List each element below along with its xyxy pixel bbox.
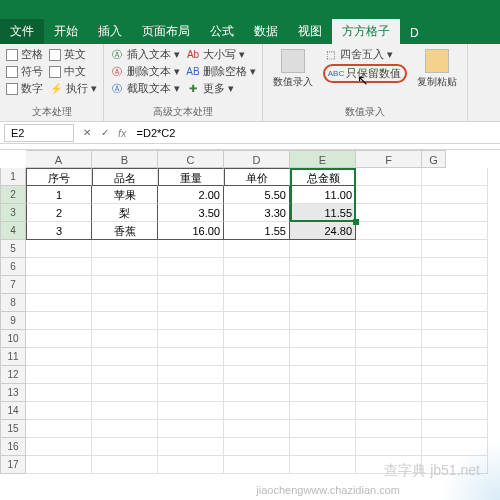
cell[interactable] bbox=[26, 402, 92, 420]
cell[interactable] bbox=[26, 258, 92, 276]
cell[interactable] bbox=[356, 384, 422, 402]
chk-english[interactable]: 英文 bbox=[49, 47, 97, 62]
cell[interactable] bbox=[356, 258, 422, 276]
tab-view[interactable]: 视图 bbox=[288, 19, 332, 44]
cell[interactable] bbox=[422, 222, 488, 240]
row-header[interactable]: 2 bbox=[0, 186, 26, 204]
cell[interactable] bbox=[92, 366, 158, 384]
cell[interactable] bbox=[224, 402, 290, 420]
cell[interactable] bbox=[26, 456, 92, 474]
btn-round[interactable]: ⬚四舍五入▾ bbox=[323, 47, 407, 62]
chk-space[interactable]: 空格 bbox=[6, 47, 43, 62]
row-header[interactable]: 7 bbox=[0, 276, 26, 294]
cell[interactable]: 序号 bbox=[26, 168, 92, 186]
row-header[interactable]: 5 bbox=[0, 240, 26, 258]
cell[interactable] bbox=[356, 276, 422, 294]
cell[interactable] bbox=[224, 456, 290, 474]
cell[interactable]: 梨 bbox=[92, 204, 158, 222]
row-header[interactable]: 1 bbox=[0, 168, 26, 186]
cell[interactable] bbox=[356, 402, 422, 420]
cell[interactable] bbox=[158, 294, 224, 312]
row-header[interactable]: 9 bbox=[0, 312, 26, 330]
cell[interactable] bbox=[356, 168, 422, 186]
tab-home[interactable]: 开始 bbox=[44, 19, 88, 44]
col-D[interactable]: D bbox=[224, 150, 290, 168]
cell[interactable] bbox=[26, 276, 92, 294]
cell[interactable]: 5.50 bbox=[224, 186, 290, 204]
row-header[interactable]: 16 bbox=[0, 438, 26, 456]
tab-layout[interactable]: 页面布局 bbox=[132, 19, 200, 44]
cell[interactable] bbox=[290, 294, 356, 312]
cell[interactable] bbox=[158, 276, 224, 294]
cell[interactable] bbox=[356, 366, 422, 384]
cell[interactable]: 2.00 bbox=[158, 186, 224, 204]
cell[interactable]: 2 bbox=[26, 204, 92, 222]
cell[interactable] bbox=[92, 294, 158, 312]
chk-number[interactable]: 数字 bbox=[6, 81, 43, 96]
cell[interactable] bbox=[422, 276, 488, 294]
cell[interactable] bbox=[356, 204, 422, 222]
cell[interactable] bbox=[290, 240, 356, 258]
cell[interactable] bbox=[290, 456, 356, 474]
cell[interactable] bbox=[92, 276, 158, 294]
cell[interactable]: 3.30 bbox=[224, 204, 290, 222]
cell[interactable] bbox=[290, 402, 356, 420]
cell[interactable] bbox=[26, 312, 92, 330]
col-E[interactable]: E bbox=[290, 150, 356, 168]
row-header[interactable]: 14 bbox=[0, 402, 26, 420]
row-header[interactable]: 4 bbox=[0, 222, 26, 240]
btn-cut-text[interactable]: Ⓐ截取文本▾ bbox=[110, 81, 180, 96]
cell[interactable] bbox=[92, 258, 158, 276]
cell[interactable] bbox=[224, 438, 290, 456]
cell[interactable]: 单价 bbox=[224, 168, 290, 186]
row-header[interactable]: 15 bbox=[0, 420, 26, 438]
cell[interactable] bbox=[356, 330, 422, 348]
cell[interactable] bbox=[224, 366, 290, 384]
cell[interactable] bbox=[422, 366, 488, 384]
btn-execute[interactable]: ⚡执行▾ bbox=[49, 81, 97, 96]
cell[interactable] bbox=[290, 348, 356, 366]
cell[interactable] bbox=[422, 294, 488, 312]
fx-icon[interactable]: fx bbox=[114, 127, 131, 139]
cell[interactable] bbox=[224, 420, 290, 438]
cell[interactable]: 总金额 bbox=[290, 168, 356, 186]
cell[interactable] bbox=[158, 366, 224, 384]
cell[interactable]: 1 bbox=[26, 186, 92, 204]
cell[interactable] bbox=[422, 330, 488, 348]
cell[interactable] bbox=[92, 348, 158, 366]
cell[interactable] bbox=[290, 258, 356, 276]
cell[interactable] bbox=[290, 312, 356, 330]
cell[interactable] bbox=[356, 348, 422, 366]
name-box[interactable]: E2 bbox=[4, 124, 74, 142]
cell[interactable] bbox=[290, 330, 356, 348]
cell[interactable] bbox=[290, 366, 356, 384]
cell[interactable] bbox=[356, 186, 422, 204]
cell[interactable] bbox=[356, 240, 422, 258]
col-C[interactable]: C bbox=[158, 150, 224, 168]
cell[interactable] bbox=[224, 276, 290, 294]
row-header[interactable]: 13 bbox=[0, 384, 26, 402]
cell[interactable] bbox=[422, 258, 488, 276]
col-F[interactable]: F bbox=[356, 150, 422, 168]
cell[interactable] bbox=[92, 240, 158, 258]
cell[interactable] bbox=[422, 312, 488, 330]
cell[interactable]: 3.50 bbox=[158, 204, 224, 222]
cell[interactable] bbox=[356, 420, 422, 438]
cell[interactable] bbox=[92, 402, 158, 420]
cell[interactable] bbox=[158, 240, 224, 258]
cell[interactable] bbox=[422, 348, 488, 366]
formula-input[interactable]: =D2*C2 bbox=[131, 125, 500, 141]
btn-insert-text[interactable]: Ⓐ插入文本▾ bbox=[110, 47, 180, 62]
tab-insert[interactable]: 插入 bbox=[88, 19, 132, 44]
tab-data[interactable]: 数据 bbox=[244, 19, 288, 44]
chk-chinese[interactable]: 中文 bbox=[49, 64, 97, 79]
cell[interactable] bbox=[224, 312, 290, 330]
cell[interactable] bbox=[158, 456, 224, 474]
cell[interactable] bbox=[224, 348, 290, 366]
cell[interactable] bbox=[422, 186, 488, 204]
cell[interactable] bbox=[26, 420, 92, 438]
cell[interactable] bbox=[224, 330, 290, 348]
selection-handle[interactable] bbox=[353, 219, 359, 225]
cell[interactable] bbox=[158, 348, 224, 366]
cell[interactable] bbox=[92, 438, 158, 456]
